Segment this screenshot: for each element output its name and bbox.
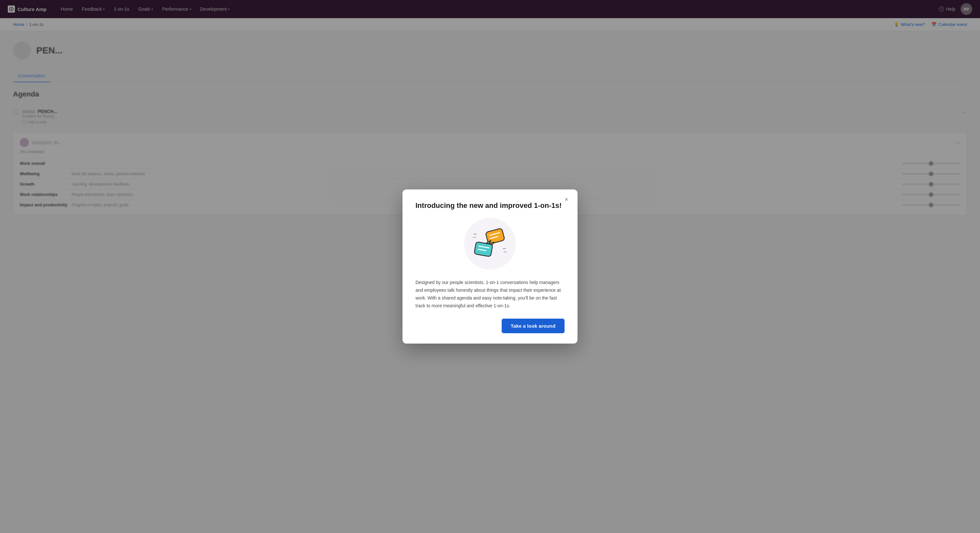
modal-close-button[interactable]: × xyxy=(562,195,571,204)
illustration-background xyxy=(464,218,516,226)
modal-title: Introducing the new and improved 1-on-1s… xyxy=(415,201,565,211)
modal-illustration xyxy=(415,218,565,226)
modal-overlay: × Introducing the new and improved 1-on-… xyxy=(0,0,980,226)
chat-bubbles-illustration xyxy=(471,224,509,226)
modal: × Introducing the new and improved 1-on-… xyxy=(402,189,578,226)
